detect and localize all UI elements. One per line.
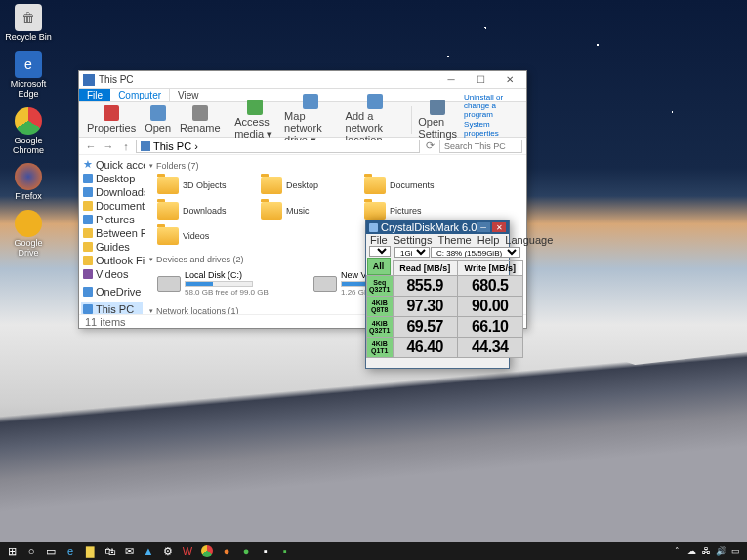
sidebar-item[interactable]: Downloads [81, 185, 143, 199]
close-button[interactable]: ✕ [497, 73, 522, 87]
taskbar-chrome[interactable] [197, 543, 217, 559]
size-select[interactable]: 1GiB [394, 247, 430, 258]
desktop-icon-firefox[interactable]: Firefox [4, 163, 53, 202]
taskbar-word[interactable]: W [178, 543, 197, 559]
tab-file[interactable]: File [79, 89, 110, 101]
onedrive-tray-icon[interactable]: ☁ [686, 546, 697, 557]
window-title: This PC [99, 74, 438, 85]
desktop-icon-chrome[interactable]: Google Chrome [4, 107, 53, 156]
tab-computer[interactable]: Computer [110, 89, 170, 101]
tab-view[interactable]: View [170, 89, 207, 101]
menu-help[interactable]: Help [477, 234, 500, 245]
4k-q32t1-button[interactable]: 4KiB Q32T1 [367, 317, 394, 338]
4k-q8t8-button[interactable]: 4KiB Q8T8 [367, 297, 394, 317]
taskbar-edge[interactable]: e [61, 543, 80, 559]
open-icon [150, 105, 166, 121]
taskbar: ⊞ ○ ▭ e ▇ 🛍 ✉ ▲ ⚙ W ● ● ▪ ▪ ˄ ☁ 🖧 🔊 ▭ [0, 542, 747, 560]
taskbar-photos[interactable]: ▲ [139, 543, 158, 559]
taskbar-terminal[interactable]: ▪ [256, 543, 275, 559]
seq-write: 680.5 [458, 276, 523, 297]
cdm-menubar: File Settings Theme Help Language [366, 234, 509, 245]
all-button[interactable]: All [367, 258, 391, 275]
action-center-icon[interactable]: ▭ [730, 546, 741, 557]
system-properties-link[interactable]: System properties [464, 120, 520, 138]
open-button[interactable]: Open [141, 104, 175, 135]
access-media-button[interactable]: Access media ▾ [230, 99, 279, 141]
sidebar-item[interactable]: Pictures [81, 213, 143, 226]
folders-header[interactable]: Folders (7) [149, 159, 522, 173]
sidebar-item[interactable]: Desktop [81, 172, 143, 185]
uninstall-link[interactable]: Uninstall or change a program [464, 93, 520, 119]
search-input[interactable] [439, 140, 522, 153]
seq-q32t1-button[interactable]: Seq Q32T1 [367, 276, 394, 297]
taskbar-explorer[interactable]: ▇ [80, 543, 100, 559]
folder-desktop[interactable]: Desktop [261, 177, 345, 194]
folder-downloads[interactable]: Downloads [157, 202, 241, 220]
taskbar-spotify[interactable]: ● [236, 543, 256, 559]
cdm-titlebar[interactable]: CrystalDiskMark 6.0.1 x64 (UWP) ─ ✕ [366, 220, 509, 234]
drive-c[interactable]: Local Disk (C:) 58.0 GB free of 99.0 GB [157, 270, 294, 297]
folder-3d-objects[interactable]: 3D Objects [157, 177, 241, 194]
folder-pictures[interactable]: Pictures [364, 202, 448, 220]
start-button[interactable]: ⊞ [2, 543, 21, 559]
menu-file[interactable]: File [370, 234, 388, 245]
volume-tray-icon[interactable]: 🔊 [716, 546, 726, 557]
up-button[interactable]: ↑ [118, 140, 134, 153]
cortana-button[interactable]: ○ [21, 543, 41, 559]
sidebar-item[interactable]: Guides [81, 240, 143, 254]
cdm-minimize-button[interactable]: ─ [477, 222, 490, 232]
taskbar-store[interactable]: 🛍 [100, 543, 119, 559]
sidebar-item[interactable]: Outlook Files [81, 254, 143, 267]
refresh-button[interactable]: ⟳ [422, 140, 437, 153]
nav-pane[interactable]: ★Quick access Desktop Downloads Document… [79, 155, 145, 314]
sidebar-thispc[interactable]: This PC [81, 302, 143, 314]
sidebar-quick-access[interactable]: ★Quick access [81, 157, 143, 172]
seq-read: 855.9 [393, 276, 458, 297]
desktop-icon-drive[interactable]: Google Drive [4, 210, 53, 259]
media-icon [247, 100, 263, 115]
explorer-titlebar[interactable]: This PC ─ ☐ ✕ [79, 71, 526, 89]
4k-q1t1-button[interactable]: 4KiB Q1T1 [367, 338, 394, 358]
thispc-small-icon [141, 141, 150, 151]
taskbar-firefox[interactable]: ● [217, 543, 236, 559]
address-bar[interactable]: This PC › [136, 140, 420, 153]
runs-select[interactable]: 5 [369, 246, 391, 257]
taskbar-settings[interactable]: ⚙ [158, 543, 178, 559]
sidebar-item[interactable]: Documents [81, 199, 143, 213]
breadcrumb[interactable]: This PC › [153, 140, 198, 152]
folder-music[interactable]: Music [261, 202, 345, 220]
open-settings-button[interactable]: Open Settings [414, 99, 461, 140]
folder-icon [83, 242, 93, 252]
menu-theme[interactable]: Theme [437, 234, 471, 245]
folder-documents[interactable]: Documents [364, 177, 448, 194]
sidebar-onedrive[interactable]: OneDrive - Family [81, 285, 143, 299]
maximize-button[interactable]: ☐ [468, 73, 493, 87]
taskview-button[interactable]: ▭ [41, 543, 61, 559]
folder-videos[interactable]: Videos [157, 227, 241, 245]
target-select[interactable]: C: 38% (15/59GiB) [431, 247, 520, 258]
tray-overflow-icon[interactable]: ˄ [672, 546, 683, 557]
write-header: Write [MB/s] [458, 260, 523, 275]
add-location-icon [367, 94, 383, 109]
minimize-button[interactable]: ─ [438, 73, 464, 87]
gear-icon [430, 100, 445, 115]
back-button[interactable]: ← [83, 140, 99, 153]
network-tray-icon[interactable]: 🖧 [701, 546, 712, 557]
taskbar-mail[interactable]: ✉ [119, 543, 139, 559]
sidebar-item[interactable]: Between PCs [81, 226, 143, 240]
videos-icon [83, 269, 93, 279]
desktop-icon-edge[interactable]: e Microsoft Edge [4, 51, 53, 100]
menu-settings[interactable]: Settings [394, 234, 433, 245]
taskbar-app[interactable]: ▪ [275, 543, 295, 559]
cdm-close-button[interactable]: ✕ [492, 222, 506, 232]
onedrive-icon [83, 287, 93, 297]
properties-icon [104, 105, 119, 121]
desktop-icon-recycle-bin[interactable]: 🗑 Recycle Bin [4, 4, 53, 43]
pictures-icon [83, 215, 93, 224]
forward-button[interactable]: → [101, 140, 116, 153]
rename-button[interactable]: Rename [176, 104, 225, 135]
properties-button[interactable]: Properties [83, 104, 140, 135]
sidebar-item[interactable]: Videos [81, 267, 143, 281]
menu-language[interactable]: Language [505, 234, 553, 245]
desktop-icons: 🗑 Recycle Bin e Microsoft Edge Google Ch… [4, 4, 53, 266]
